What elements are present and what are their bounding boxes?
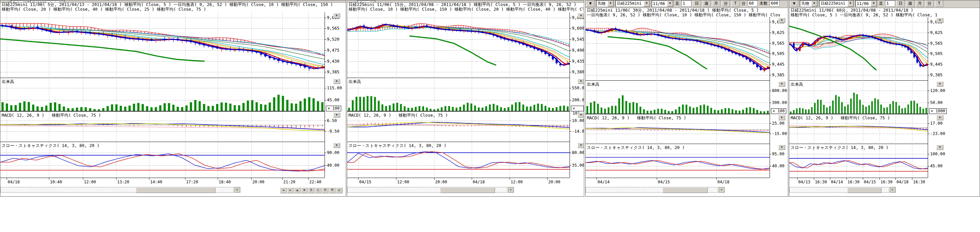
period-value-field[interactable]: 1 bbox=[681, 0, 691, 7]
minute-value-field[interactable]: 60 bbox=[748, 0, 758, 7]
chart-tool-button[interactable]: R bbox=[322, 187, 329, 194]
scrollbar-right-arrow[interactable]: ► bbox=[890, 187, 896, 193]
period-week-button[interactable]: 週 bbox=[906, 0, 915, 7]
time-axis-label: 13:20 bbox=[117, 180, 129, 184]
section-collapse-button[interactable]: ▼ bbox=[778, 18, 785, 23]
time-tick bbox=[116, 178, 116, 180]
contract-month-select[interactable]: 11/06▼ bbox=[651, 0, 673, 7]
period-day-button[interactable]: 日 bbox=[896, 0, 905, 7]
time-scrollbar[interactable] bbox=[789, 187, 889, 193]
instrument-select[interactable]: 日経225mini▼ bbox=[819, 0, 854, 7]
chevron-down-icon[interactable]: ▼ bbox=[644, 0, 650, 7]
section-collapse-button[interactable]: ▼ bbox=[936, 82, 943, 87]
scrollbar-right-arrow[interactable]: ► bbox=[719, 187, 725, 193]
axis-tick bbox=[770, 91, 771, 91]
section-collapse-button[interactable]: ▼ bbox=[333, 13, 340, 18]
chart-toolbar: ▼ 先物▼ 日経225mini▼ 11/06▼ 足 1 日 週 月 分 T bbox=[789, 0, 980, 8]
price-axis-label: 9,520 bbox=[327, 37, 339, 42]
chevron-down-icon[interactable]: ▼ bbox=[848, 0, 854, 7]
bar-count-field[interactable]: 600 bbox=[770, 0, 780, 7]
axis-tick bbox=[325, 153, 326, 153]
price-axis-label: 9,430 bbox=[327, 59, 339, 64]
period-minute-button[interactable]: 分 bbox=[722, 0, 730, 7]
macd-plot[interactable] bbox=[585, 114, 770, 144]
stochastics-plot[interactable] bbox=[585, 144, 770, 178]
section-collapse-button[interactable]: ▼ bbox=[333, 112, 340, 118]
section-collapse-button[interactable]: ▼ bbox=[333, 78, 340, 84]
chevron-down-icon[interactable]: ▼ bbox=[667, 0, 673, 7]
toolbar-collapse-button[interactable]: ▼ bbox=[586, 0, 595, 7]
period-minute-button[interactable]: 分 bbox=[925, 0, 934, 7]
stochastics-plot[interactable] bbox=[347, 142, 570, 178]
section-collapse-button[interactable]: ▼ bbox=[936, 115, 943, 120]
section-collapse-button[interactable]: ▼ bbox=[778, 115, 785, 120]
time-axis-label: 20:00 bbox=[548, 180, 560, 184]
axis-tick bbox=[928, 154, 929, 154]
product-group-select[interactable]: 先物▼ bbox=[596, 0, 614, 7]
macd-plot[interactable] bbox=[347, 112, 570, 142]
volume-plot[interactable] bbox=[347, 78, 570, 112]
stochastics-plot[interactable] bbox=[0, 142, 325, 178]
period-day-button[interactable]: 日 bbox=[693, 0, 701, 7]
axis-tick bbox=[770, 154, 771, 154]
chart-tool-button[interactable]: ◄ bbox=[280, 187, 286, 194]
time-scrollbar[interactable] bbox=[585, 187, 718, 193]
macd-plot[interactable] bbox=[0, 112, 325, 142]
contract-month-select[interactable]: 11/06▼ bbox=[855, 0, 877, 7]
stoch-axis-label: 100.00 bbox=[930, 151, 945, 156]
time-tick bbox=[814, 178, 814, 180]
macd-plot[interactable] bbox=[789, 114, 928, 144]
scrollbar-thumb[interactable] bbox=[440, 187, 495, 193]
section-collapse-button[interactable]: ▼ bbox=[578, 78, 584, 84]
period-tick-button[interactable]: T bbox=[935, 0, 943, 7]
chevron-down-icon[interactable]: ▼ bbox=[871, 0, 877, 7]
chart-tool-button[interactable]: M bbox=[329, 187, 336, 194]
period-month-button[interactable]: 月 bbox=[712, 0, 721, 7]
price-plot[interactable] bbox=[0, 12, 325, 78]
chevron-down-icon[interactable]: ▼ bbox=[608, 0, 614, 7]
axis-tick bbox=[770, 43, 771, 44]
chevron-down-icon[interactable]: ▼ bbox=[811, 0, 817, 7]
chart-tool-button[interactable]: ▼ bbox=[301, 187, 307, 194]
chart-tool-button[interactable]: ⊔ bbox=[336, 187, 342, 194]
time-scrollbar[interactable] bbox=[347, 187, 508, 193]
axis-tick bbox=[570, 131, 571, 132]
chart-tool-button[interactable]: L bbox=[315, 187, 321, 194]
section-collapse-button[interactable]: ▼ bbox=[936, 18, 943, 23]
volume-plot[interactable] bbox=[585, 81, 770, 114]
toolbar-collapse-button[interactable]: ▼ bbox=[790, 0, 798, 7]
price-plot[interactable] bbox=[789, 17, 928, 81]
scrollbar-thumb[interactable] bbox=[847, 187, 881, 193]
instrument-select[interactable]: 日経225mini▼ bbox=[615, 0, 650, 7]
section-collapse-button[interactable]: ▼ bbox=[578, 13, 584, 18]
scrollbar-thumb[interactable] bbox=[136, 187, 216, 193]
section-collapse-button[interactable]: ▼ bbox=[578, 142, 584, 148]
volume-plot[interactable] bbox=[789, 81, 928, 114]
scrollbar-right-arrow[interactable]: ► bbox=[234, 187, 240, 193]
volume-multiplier-badge: × 100 bbox=[771, 108, 786, 114]
macd-axis-label: 6.50 bbox=[327, 118, 337, 123]
chart-indicator-line: 移動平均( Close, 20 ) 移動平均( Close, 40 ) 移動平均… bbox=[2, 7, 345, 12]
section-collapse-button[interactable]: ▼ bbox=[778, 145, 785, 150]
stochastics-plot[interactable] bbox=[789, 144, 928, 178]
period-tick-button[interactable]: T bbox=[731, 0, 740, 7]
axis-tick bbox=[928, 166, 929, 166]
time-scrollbar[interactable] bbox=[0, 187, 234, 193]
price-plot[interactable] bbox=[347, 12, 570, 78]
section-collapse-button[interactable]: ▼ bbox=[778, 82, 785, 87]
volume-plot[interactable] bbox=[0, 78, 325, 112]
chart-tool-button[interactable]: ▲ bbox=[294, 187, 301, 194]
scrollbar-right-arrow[interactable]: ► bbox=[508, 187, 514, 193]
period-week-button[interactable]: 週 bbox=[702, 0, 711, 7]
axis-tick bbox=[928, 75, 929, 75]
section-collapse-button[interactable]: ▼ bbox=[936, 145, 943, 150]
period-month-button[interactable]: 月 bbox=[916, 0, 924, 7]
period-value-field[interactable]: 1 bbox=[885, 0, 895, 7]
price-plot[interactable] bbox=[585, 17, 770, 81]
chart-tool-button[interactable]: D bbox=[308, 187, 315, 194]
section-collapse-button[interactable]: ▼ bbox=[578, 112, 584, 118]
chart-tool-button[interactable]: ► bbox=[287, 187, 294, 194]
section-collapse-button[interactable]: ▼ bbox=[333, 142, 340, 148]
scrollbar-thumb[interactable] bbox=[662, 187, 708, 193]
product-group-select[interactable]: 先物▼ bbox=[800, 0, 818, 7]
